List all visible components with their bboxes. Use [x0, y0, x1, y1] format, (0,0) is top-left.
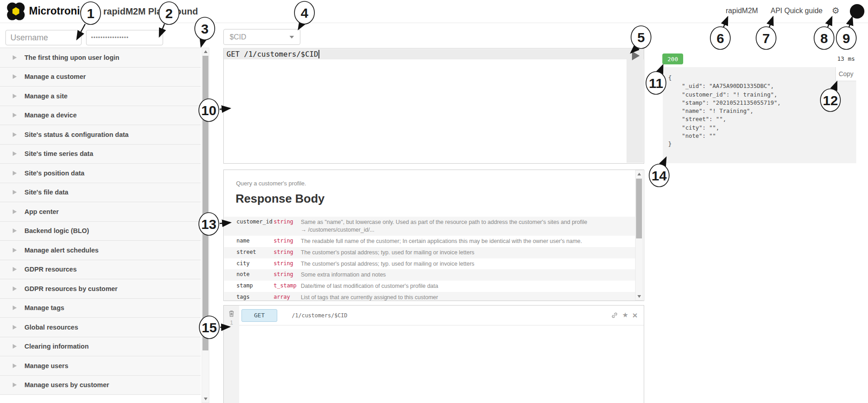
sidebar-scrollbar[interactable] [202, 48, 209, 403]
sidebar-item[interactable]: Global resources [0, 318, 201, 337]
field-row: street string The customer's postal addr… [224, 247, 636, 258]
field-description: List of tags that are currently assigned… [301, 294, 589, 301]
saved-request-path: /1/customers/$CID [292, 312, 611, 319]
user-avatar[interactable] [850, 4, 864, 19]
triangle-down-icon [204, 398, 207, 400]
sidebar-item[interactable]: Manage a customer [0, 68, 201, 87]
remove-x-icon[interactable]: × [632, 311, 637, 320]
brand-name: Microtronics [29, 5, 92, 17]
expand-arrow-icon [13, 74, 17, 79]
field-name: stamp [236, 282, 274, 289]
endpoint-summary: Query a customer's profile. [236, 180, 306, 187]
sidebar-item[interactable]: Manage a device [0, 106, 201, 126]
status-code-badge: 200 [662, 53, 683, 64]
settings-gear-icon[interactable]: ⚙ [832, 5, 839, 15]
field-row: name string The readable full name of th… [224, 236, 636, 247]
line-number: 1 [224, 320, 239, 326]
sidebar-item-label: Global resources [24, 324, 78, 331]
field-name: city [236, 260, 274, 267]
expand-arrow-icon [13, 248, 17, 252]
sidebar-item[interactable]: App center [0, 202, 201, 222]
copy-button[interactable]: Copy [835, 67, 856, 81]
scroll-down-button[interactable] [636, 293, 642, 300]
sidebar-item-label: Backend logic (BLO) [24, 227, 89, 234]
field-type: array [274, 294, 301, 300]
field-row: customer_id string Same as "name", but l… [224, 217, 636, 236]
svg-text:7: 7 [762, 31, 770, 46]
sidebar-item-label: Manage users [24, 362, 68, 369]
sidebar-item[interactable]: Manage users by customer [0, 376, 201, 395]
field-description: The readable full name of the customer; … [301, 238, 589, 245]
svg-text:5: 5 [637, 30, 645, 45]
sidebar-item-label: GDPR resources by customer [24, 285, 118, 292]
response-body-table: customer_id string Same as "name", but l… [224, 217, 636, 301]
expand-arrow-icon [13, 286, 17, 291]
expand-arrow-icon [13, 344, 17, 349]
run-request-play-button[interactable] [632, 51, 640, 60]
sidebar-item[interactable]: Backend logic (BLO) [0, 222, 201, 241]
field-type: string [274, 218, 301, 225]
expand-arrow-icon [13, 383, 17, 387]
sidebar-item[interactable]: Manage users [0, 356, 201, 376]
microtronics-logo-icon [6, 2, 25, 21]
nav-link-api-quick-guide[interactable]: API Quick guide [771, 7, 823, 15]
sidebar-item[interactable]: Manage a site [0, 87, 201, 106]
field-name: tags [236, 294, 274, 300]
sidebar-item-label: Site's time series data [24, 150, 93, 157]
saved-request-actions: ★ × [611, 311, 637, 320]
rapidm2m-playground: Microtronics rapidM2M Playground rapidM2… [0, 0, 868, 403]
scroll-up-button[interactable] [202, 48, 209, 55]
saved-request-row[interactable]: GET /1/customers/$CID ★ × [239, 306, 644, 325]
sidebar-item[interactable]: The first thing upon user login [0, 48, 201, 68]
sidebar-item[interactable]: Site's position data [0, 164, 201, 183]
method-badge: GET [241, 309, 277, 322]
sidebar-item-label: Site's position data [24, 170, 84, 177]
field-name: street [236, 249, 274, 255]
expand-arrow-icon [13, 151, 17, 156]
favorite-star-icon[interactable]: ★ [622, 312, 628, 319]
link-icon[interactable] [611, 312, 618, 319]
field-description: Some extra information and notes [301, 271, 589, 279]
sidebar-item[interactable]: Manage tags [0, 299, 201, 318]
editor-scroll-strip [627, 49, 643, 163]
page-title: rapidM2M Playground [103, 6, 198, 17]
sidebar-item-label: GDPR resources [24, 266, 77, 273]
header: Microtronics rapidM2M Playground rapidM2… [0, 0, 868, 23]
password-input[interactable] [86, 30, 163, 45]
sidebar-scrollbar-thumb[interactable] [203, 56, 208, 350]
field-row: city string The customer's postal addres… [224, 258, 636, 270]
sidebar-item[interactable]: Manage alert schedules [0, 241, 201, 260]
sidebar-item[interactable]: GDPR resources [0, 260, 201, 280]
expand-arrow-icon [13, 306, 17, 310]
field-row: tags array List of tags that are current… [224, 292, 636, 301]
field-description: Same as "name", but lowercase only. Used… [301, 218, 589, 234]
docs-scrollbar-thumb[interactable] [636, 179, 642, 238]
expand-arrow-icon [13, 55, 17, 60]
trash-icon[interactable] [228, 310, 235, 317]
field-name: name [236, 238, 274, 244]
username-input[interactable] [5, 30, 82, 45]
sidebar-item-label: Manage a site [24, 92, 68, 100]
sidebar-list: The first thing upon user login Manage a… [0, 48, 201, 395]
sidebar-item[interactable]: Site's time series data [0, 145, 201, 164]
sidebar-item[interactable]: Site's file data [0, 183, 201, 203]
svg-text:8: 8 [820, 31, 828, 46]
nav-link-rapidm2m[interactable]: rapidM2M [726, 7, 758, 15]
docs-scrollbar[interactable] [635, 170, 643, 301]
scroll-up-button[interactable] [636, 170, 642, 178]
expand-arrow-icon [13, 209, 17, 214]
request-editor[interactable]: GET /1/customers/$CID [223, 48, 644, 164]
variable-select[interactable]: $CID [223, 29, 300, 45]
sidebar-item-label: App center [24, 208, 59, 215]
sidebar-item[interactable]: Site's status & configuration data [0, 125, 201, 145]
sidebar-item-label: Manage alert schedules [24, 247, 99, 254]
field-type: string [274, 238, 301, 244]
expand-arrow-icon [13, 113, 17, 117]
documentation-panel: Query a customer's profile. Response Bod… [223, 170, 644, 301]
sidebar-item[interactable]: GDPR resources by customer [0, 279, 201, 299]
scroll-down-button[interactable] [202, 395, 209, 403]
request-editor-active-line[interactable]: GET /1/customers/$CID [224, 49, 644, 59]
sidebar-item[interactable]: Clearing information [0, 337, 201, 357]
sidebar-item-label: Manage tags [24, 304, 64, 311]
sidebar-item-label: The first thing upon user login [24, 54, 119, 61]
